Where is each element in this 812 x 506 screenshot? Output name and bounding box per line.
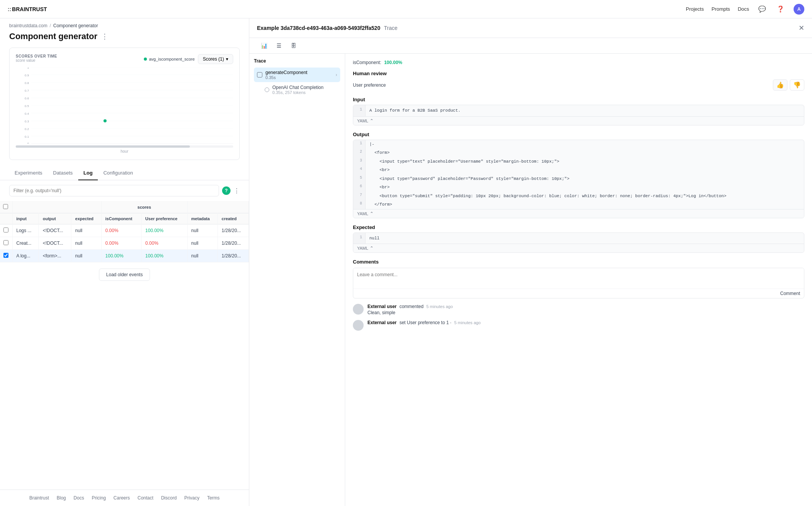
cell-metadata: null [187,237,217,250]
brand-prefix: :: [8,6,11,12]
activity-header: External user set User preference to 1 ·… [367,320,804,325]
row-checkbox[interactable] [3,253,8,258]
output-line-5: 5 <input type="password" placeholder="Pa… [353,175,804,183]
col-output: output [39,213,71,224]
iscomponent-row: isComponent: 100.00% [353,60,804,65]
load-older-button[interactable]: Load older events [99,269,150,281]
left-panel: braintrustdata.com / Component generator… [0,18,249,506]
filter-more-button[interactable]: ⋮ [234,187,240,194]
footer-careers[interactable]: Careers [114,495,130,501]
trace-toolbar-chart-button[interactable]: 📊 [257,40,271,51]
line-content: <button type="submit" style="padding: 10… [366,192,804,201]
chart-legend: avg_iscomponent_score [144,57,194,61]
cell-metadata: null [187,250,217,262]
page-menu-button[interactable]: ⋮ [101,32,108,41]
select-all-checkbox[interactable] [3,204,8,209]
footer-terms[interactable]: Terms [207,495,220,501]
chart-area: 1 0.9 0.8 0.7 0.6 0.5 0.4 0.3 0.2 0.1 0 [16,67,233,144]
line-number: 6 [353,183,366,192]
input-code-line: 1 A login form for a B2B SaaS product. [353,105,804,116]
thumbs-down-button[interactable]: 👎 [790,79,804,91]
nav-docs[interactable]: Docs [738,6,749,12]
cell-iscomponent: 0.00% [101,224,141,237]
svg-text:0.3: 0.3 [25,120,29,123]
line-number: 1 [353,233,366,244]
nav-prompts[interactable]: Prompts [712,6,730,12]
trace-subtitle: Trace [384,25,397,31]
thumbs-up-button[interactable]: 👍 [773,79,787,91]
activity-time: 5 minutes ago [454,320,481,325]
expected-expand-button[interactable]: ⌃ [370,246,374,251]
trace-item-content: generateComponent 0.35s [265,70,333,80]
row-checkbox[interactable] [3,240,8,245]
trace-close-button[interactable]: ✕ [799,24,804,32]
activity-avatar [353,320,364,331]
cell-output: <!DOCT... [39,237,71,250]
row-checkbox[interactable] [3,227,8,232]
nav-projects[interactable]: Projects [686,6,704,12]
line-content: |- [366,140,804,149]
trace-toolbar-list-button[interactable]: ☰ [273,40,285,51]
footer-docs[interactable]: Docs [74,495,84,501]
line-number: 3 [353,157,366,166]
activity-user: External user [367,320,397,325]
user-preference-label: User preference [353,82,769,88]
trace-section-title: Trace [254,58,340,64]
expected-title: Expected [353,224,804,230]
activity-action: commented [399,304,423,309]
comment-input[interactable] [353,268,804,287]
footer-contact[interactable]: Contact [138,495,153,501]
output-expand-button[interactable]: ⌃ [370,211,374,216]
table-row[interactable]: Logs ... <!DOCT... null 0.00% 100.00% nu… [0,224,249,237]
cell-userpref: 100.00% [141,250,187,262]
trace-item-time: 0.35s [265,75,333,80]
footer: Braintrust Blog Docs Pricing Careers Con… [0,490,249,506]
chart-x-label: hour [16,149,233,153]
tab-datasets[interactable]: Datasets [48,166,78,180]
trace-tree-item[interactable]: generateComponent 0.35s › [254,68,340,82]
col-metadata: metadata [187,213,217,224]
trace-sub-content: OpenAI Chat Completion 0.35s, 257 tokens [272,85,337,95]
comments-title: Comments [353,259,804,265]
user-avatar[interactable]: A [794,4,804,15]
cell-iscomponent: 100.00% [101,250,141,262]
output-title: Output [353,132,804,137]
footer-pricing[interactable]: Pricing [92,495,106,501]
trace-toolbar-db-button[interactable]: 🗄 [287,40,300,51]
activity-content: External user commented 5 minutes ago Cl… [367,304,804,315]
chart-scrollbar[interactable] [16,145,233,148]
svg-text:0.5: 0.5 [25,104,29,108]
comments-section: Comments Comment External user [353,259,804,331]
scores-dropdown[interactable]: Scores (1) ▾ [198,54,233,64]
input-expand-button[interactable]: ⌃ [370,118,374,124]
expected-code-block: 1 null YAML ⌃ [353,232,804,253]
col-created: created [217,213,249,224]
footer-braintrust[interactable]: Braintrust [29,495,49,501]
tab-experiments[interactable]: Experiments [9,166,48,180]
line-content: <br> [366,166,804,175]
footer-blog[interactable]: Blog [57,495,66,501]
col-input: input [12,213,39,224]
comment-box: Comment [353,268,804,298]
svg-point-22 [104,119,107,122]
help-icon[interactable]: ❓ [775,4,786,15]
activity-header: External user commented 5 minutes ago [367,304,804,309]
input-code-footer: YAML ⌃ [353,116,804,125]
expected-section: Expected 1 null YAML ⌃ [353,224,804,253]
table-row[interactable]: A log... <form>... null 100.00% 100.00% … [0,250,249,262]
filter-help-button[interactable]: ? [222,186,231,195]
brand-logo[interactable]: :: BRAINTRUST [8,6,47,12]
tab-configuration[interactable]: Configuration [98,166,138,180]
chat-icon[interactable]: 💬 [757,4,768,15]
line-number: 1 [353,140,366,149]
review-buttons: 👍 👎 [773,79,804,91]
trace-sub-item[interactable]: OpenAI Chat Completion 0.35s, 257 tokens [262,83,340,97]
comment-submit-button[interactable]: Comment [780,291,800,296]
filter-input[interactable] [9,185,219,196]
table-row[interactable]: Creat... <!DOCT... null 0.00% 0.00% null… [0,237,249,250]
footer-discord[interactable]: Discord [161,495,177,501]
activity-content: External user set User preference to 1 ·… [367,320,804,325]
tab-log[interactable]: Log [78,166,98,180]
breadcrumb-root[interactable]: braintrustdata.com [9,23,47,28]
footer-privacy[interactable]: Privacy [184,495,199,501]
